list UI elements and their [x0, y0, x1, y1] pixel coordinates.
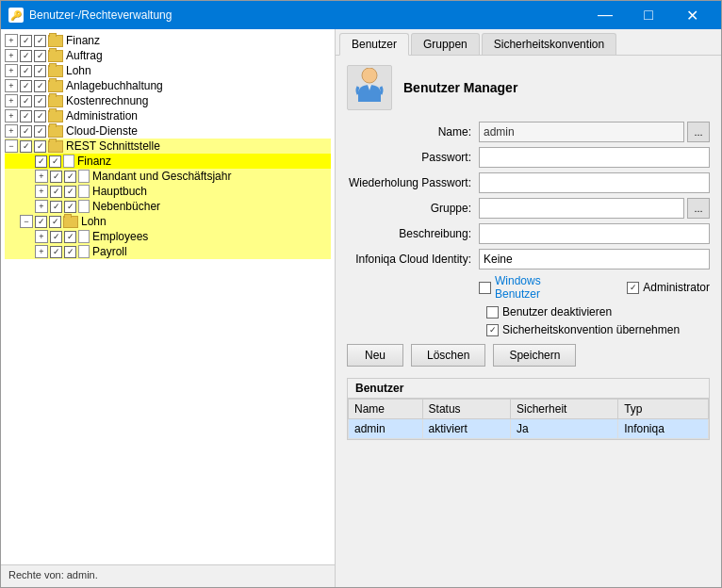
expand-hauptbuch[interactable]: + [35, 185, 48, 198]
tree-item-lohn[interactable]: + Lohn [5, 63, 331, 78]
check2-cloud-dienste[interactable] [34, 125, 46, 138]
check-mandant[interactable] [50, 171, 62, 183]
check-auftrag[interactable] [20, 50, 32, 62]
tree-item-rest[interactable]: − REST Schnittstelle [5, 139, 331, 154]
loschen-button[interactable]: Löschen [411, 344, 485, 367]
check2-mandant[interactable] [64, 171, 76, 183]
group-ellipsis-btn[interactable]: ... [687, 198, 710, 219]
label-lohn: Lohn [66, 64, 91, 77]
tree-view[interactable]: + Finanz + Auftrag + [1, 29, 335, 564]
tree-item-nebenbucher[interactable]: + Nebenbücher [5, 199, 331, 214]
check-lohn[interactable] [20, 65, 32, 77]
check-payroll[interactable] [50, 246, 62, 258]
label-administration: Administration [66, 109, 138, 122]
label-group: Gruppe: [347, 202, 479, 215]
check2-finanz-sub[interactable] [49, 155, 61, 168]
expand-lohn[interactable]: + [5, 64, 18, 77]
check2-auftrag[interactable] [34, 50, 46, 62]
tree-item-mandant[interactable]: + Mandant und Geschäftsjahr [5, 169, 331, 184]
label-cloud-dienste: Cloud-Dienste [66, 124, 138, 138]
folder-anlagebuchhaltung [48, 80, 63, 92]
right-panel: Benutzer Gruppen Sicherheitskonvention [336, 29, 721, 587]
check2-employees[interactable] [64, 231, 76, 243]
expand-payroll[interactable]: + [35, 245, 48, 258]
check2-anlagebuchhaltung[interactable] [34, 80, 46, 92]
name-ellipsis-btn[interactable]: ... [687, 122, 710, 142]
tree-item-employees[interactable]: + Employees [5, 229, 331, 244]
checkbox-security[interactable] [486, 324, 499, 336]
check-rest[interactable] [20, 140, 32, 153]
input-cloud[interactable] [479, 249, 710, 270]
label-finanz: Finanz [66, 34, 100, 47]
check-finanz-sub[interactable] [35, 155, 47, 168]
expand-kostenrechnung[interactable]: + [5, 94, 18, 107]
window-controls: — □ ✕ [583, 1, 714, 29]
tree-item-lohn-sub[interactable]: − Lohn [5, 214, 331, 229]
input-password[interactable] [479, 147, 710, 168]
minimize-button[interactable]: — [583, 1, 627, 29]
folder-auftrag [48, 50, 63, 62]
tree-item-finanz-sub[interactable]: Finanz [5, 154, 331, 169]
checkbox-windows-user[interactable] [479, 282, 491, 294]
expand-nebenbucher[interactable]: + [35, 200, 48, 213]
tab-benutzer[interactable]: Benutzer [339, 33, 409, 56]
tab-gruppen[interactable]: Gruppen [411, 33, 480, 55]
check-cloud-dienste[interactable] [20, 125, 32, 138]
expand-finanz[interactable]: + [5, 34, 18, 47]
tree-item-hauptbuch[interactable]: + Hauptbuch [5, 184, 331, 199]
doc-hauptbuch [78, 185, 90, 198]
tree-item-kostenrechnung[interactable]: + Kostenrechnung [5, 93, 331, 108]
check-finanz[interactable] [20, 35, 32, 47]
neu-button[interactable]: Neu [347, 344, 403, 367]
col-status: Status [422, 400, 510, 419]
check2-nebenbucher[interactable] [64, 201, 76, 213]
tree-item-anlagebuchhaltung[interactable]: + Anlagebuchhaltung [5, 78, 331, 93]
label-rest: REST Schnittstelle [66, 139, 160, 153]
check-employees[interactable] [50, 231, 62, 243]
expand-mandant[interactable]: + [35, 170, 48, 183]
check-lohn-sub[interactable] [35, 216, 47, 228]
tree-item-cloud-dienste[interactable]: + Cloud-Dienste [5, 123, 331, 139]
check2-lohn-sub[interactable] [49, 216, 61, 228]
input-description[interactable] [479, 223, 710, 244]
input-group[interactable] [479, 198, 684, 219]
col-typ: Typ [618, 400, 709, 419]
check2-kostenrechnung[interactable] [34, 95, 46, 107]
tab-sicherheitskonvention[interactable]: Sicherheitskonvention [482, 33, 616, 55]
tree-item-auftrag[interactable]: + Auftrag [5, 48, 331, 63]
check2-lohn[interactable] [34, 65, 46, 77]
expand-administration[interactable]: + [5, 109, 18, 122]
label-kostenrechnung: Kostenrechnung [66, 94, 148, 107]
check2-hauptbuch[interactable] [64, 186, 76, 198]
label-administrator: Administrator [643, 281, 710, 294]
table-row[interactable]: admin aktiviert Ja Infoniqa [349, 419, 709, 439]
check-kostenrechnung[interactable] [20, 95, 32, 107]
check-administration[interactable] [20, 110, 32, 122]
tree-item-payroll[interactable]: + Payroll [5, 244, 331, 259]
expand-cloud-dienste[interactable]: + [5, 124, 18, 138]
expand-lohn-sub[interactable]: − [20, 215, 33, 228]
input-repeat-password[interactable] [479, 172, 710, 193]
tree-item-administration[interactable]: + Administration [5, 108, 331, 123]
checkbox-deactivate[interactable] [486, 306, 499, 318]
status-bar: Rechte von: admin. [1, 564, 335, 587]
person-icon [353, 68, 386, 107]
check2-rest[interactable] [34, 140, 46, 153]
checkbox-administrator[interactable] [627, 282, 639, 294]
folder-finanz [48, 35, 63, 47]
expand-anlagebuchhaltung[interactable]: + [5, 79, 18, 92]
check2-finanz[interactable] [34, 35, 46, 47]
maximize-button[interactable]: □ [627, 1, 670, 29]
expand-auftrag[interactable]: + [5, 49, 18, 62]
check-anlagebuchhaltung[interactable] [20, 80, 32, 92]
tree-item-finanz[interactable]: + Finanz [5, 33, 331, 48]
check2-payroll[interactable] [64, 246, 76, 258]
input-name[interactable] [479, 122, 684, 142]
expand-rest[interactable]: − [5, 139, 18, 153]
close-button[interactable]: ✕ [670, 1, 714, 29]
check2-administration[interactable] [34, 110, 46, 122]
speichern-button[interactable]: Speichern [493, 344, 576, 367]
check-nebenbucher[interactable] [50, 201, 62, 213]
expand-employees[interactable]: + [35, 230, 48, 243]
check-hauptbuch[interactable] [50, 186, 62, 198]
